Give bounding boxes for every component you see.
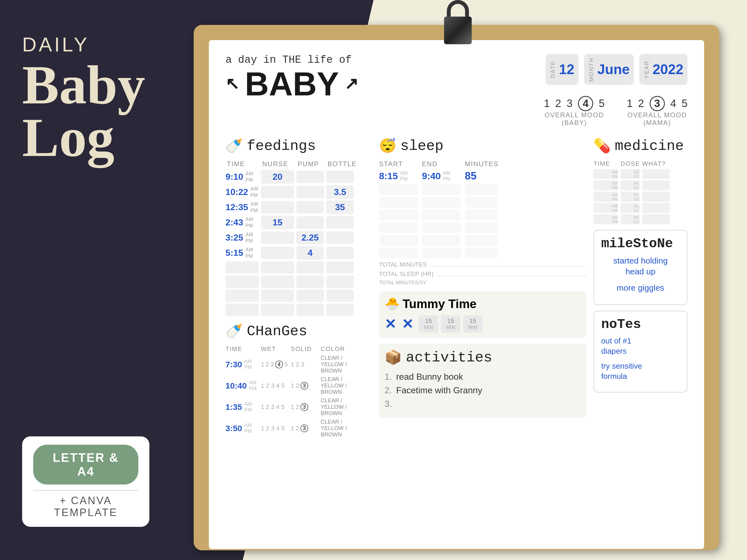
date-row: DATE 12 MONTH June YEAR 2022 [546, 54, 688, 85]
note-item-1: out of #1diapers [601, 336, 680, 356]
activity-item-2: 2. Facetime with Granny [385, 385, 581, 396]
mood-mama-2: 2 [638, 98, 644, 109]
tummy-box-3: 15 MIN [463, 315, 483, 333]
title-area: a day in THE life of ↗ BABY ↗ [226, 54, 544, 100]
feed-empty-pump-3 [296, 290, 324, 302]
activity-item-3: 3. [385, 399, 581, 409]
feeding-row-4: 2:43 AMPM 15 [226, 216, 372, 229]
diaper-icon: 🍼 [226, 323, 242, 340]
sleep-headers: START END MINUTES [379, 160, 587, 168]
feeding-row-1: 9:10 AMPM 20 [226, 170, 372, 184]
med-time-3: AM PM [593, 192, 618, 202]
medicine-label: medicine [615, 138, 684, 154]
activity-item-1: 1. read Bunny book [385, 372, 581, 382]
feed-nurse-5 [261, 232, 294, 244]
tummy-box-3-unit: MIN [467, 325, 478, 330]
baby-log-title: Baby Log [22, 59, 145, 164]
paper: a day in THE life of ↗ BABY ↗ DATE 12 [209, 40, 704, 549]
mood-baby-label: OVERALL MOOD(BABY) [544, 111, 605, 127]
change-solid-4: 1 2 3 [291, 425, 318, 432]
feed-empty-bottle-2 [326, 275, 354, 288]
paper-header: a day in THE life of ↗ BABY ↗ DATE 12 [226, 54, 688, 129]
date-card-year: YEAR 2022 [639, 54, 688, 85]
feeding-row-empty-3 [226, 290, 372, 302]
arrow-right-deco: ↗ [344, 76, 358, 92]
bottle-icon: 🍼 [226, 138, 242, 155]
milestone-item-2: more giggles [601, 282, 680, 293]
feed-bottle-3: 35 [326, 201, 354, 214]
feed-pump-5: 2.25 [296, 231, 324, 244]
feed-time-4: 2:43 AMPM [226, 216, 259, 229]
milestone-box: mileStoNe started holdinghead up more gi… [593, 230, 688, 305]
mood-baby-1: 1 [544, 98, 550, 109]
canva-label: + CANVA TEMPLATE [33, 495, 138, 518]
feed-empty-bottle-4 [326, 304, 354, 316]
changes-header: TIME WET SOLID COLOR [226, 345, 372, 353]
feeding-row-empty-4 [226, 304, 372, 316]
tummy-box-2-unit: MIN [445, 325, 456, 330]
sleep-title: 😴 sleep [379, 138, 587, 155]
feeding-row-empty-1 [226, 261, 372, 274]
medicine-headers: TIME DOSE WHAT? [593, 160, 688, 167]
feed-nurse-2 [261, 186, 294, 198]
middle-column: 😴 sleep START END MINUTES 8:15 [379, 138, 587, 440]
change-wet-3: 1 2 3 4 5 [261, 403, 288, 411]
feeding-row-5: 3:25 AMPM 2.25 [226, 231, 372, 244]
change-time-1: 7:30 AMPM [226, 359, 259, 370]
feed-nurse-4: 15 [261, 216, 294, 229]
sleep-totals: TOTAL MINUTES TOTAL SLEEP (HR) TOTAL MIN… [379, 261, 587, 286]
month-label: MONTH [588, 57, 595, 82]
tummy-box-1-unit: MIN [423, 325, 434, 330]
changes-title: 🍼 CHanGes [226, 323, 372, 340]
activities-section: 📦 activities 1. read Bunny book 2. Facet… [379, 344, 587, 418]
total-minutes-sy-row: TOTAL MINUTES/SY [379, 280, 587, 286]
sleep-row-empty-3 [379, 210, 587, 220]
mood-mama-1: 1 [627, 98, 633, 109]
year-value: 2022 [653, 61, 684, 77]
feed-time-2: 10:22 AMPM [226, 186, 259, 198]
right-column: 💊 medicine TIME DOSE WHAT? AM P [593, 138, 688, 440]
feedings-section: 🍼 feedings TIME NURSE PUMP BOTTLE 9:10 A… [226, 138, 372, 440]
sleep-row-empty-5 [379, 235, 587, 246]
feed-time-6: 5:15 AMPM [226, 247, 259, 259]
tummy-box-1: 15 MIN [419, 315, 438, 333]
total-minutes-sy-label: TOTAL MINUTES/SY [379, 280, 426, 286]
format-badge: LETTER & A4 + CANVA TEMPLATE [22, 436, 149, 527]
change-col-time: TIME [226, 345, 259, 353]
feed-empty-nurse [261, 261, 294, 274]
change-time-4: 3:50 AMPM [226, 423, 259, 434]
date-card-month: MONTH June [584, 54, 634, 85]
change-wet-4: 1 2 3 4 5 [261, 425, 288, 432]
mood-mama-label: OVERALL MOOD(MAMA) [627, 111, 688, 127]
mood-mama-numbers: 1 2 3 4 5 [627, 96, 688, 111]
medicine-title: 💊 medicine [593, 138, 688, 155]
med-time-4: AM PM [593, 203, 618, 213]
change-row-2: 10:40 AMPM 1 2 3 4 5 1 2 3 CLEAR / YELLO… [226, 376, 372, 395]
feed-time-3: 12:35 AMPM [226, 201, 259, 213]
med-dose-5: ML OZ [621, 214, 640, 224]
sleep-end-1: 9:40 AMPM [422, 170, 461, 182]
med-dose-1: OZ OZ [621, 169, 640, 179]
binder-clip [439, 0, 477, 44]
total-minutes-label: TOTAL MINUTES [379, 261, 427, 268]
feed-empty-pump-4 [296, 304, 324, 316]
paper-main-title: ↗ BABY ↗ [226, 67, 544, 100]
title-line2: Log [22, 107, 114, 168]
clip-body [444, 17, 472, 44]
med-row-2: AM PM ML OZ [593, 180, 688, 190]
changes-label: CHanGes [247, 323, 307, 340]
med-row-1: AM PM OZ OZ [593, 169, 688, 179]
note-item-2: try sensitiveformula [601, 361, 680, 381]
tummy-time-section: 🐣 Tummy Time ✕ ✕ 15 MIN [379, 291, 587, 338]
baby-title-text: BABY [245, 67, 339, 100]
activities-title: 📦 activities [385, 349, 581, 366]
sleep-col-start: START [379, 160, 418, 168]
feed-empty-pump-2 [296, 275, 324, 288]
feed-bottle-2: 3.5 [326, 185, 354, 199]
feeding-row-3: 12:35 AMPM 35 [226, 201, 372, 214]
change-solid-3: 1 2 3 [291, 403, 318, 411]
feed-time-1: 9:10 AMPM [226, 171, 259, 183]
feed-empty-pump [296, 261, 324, 274]
change-col-solid: SOLID [291, 345, 318, 353]
change-color-4: CLEAR / YELLOW / BROWN [321, 419, 365, 438]
